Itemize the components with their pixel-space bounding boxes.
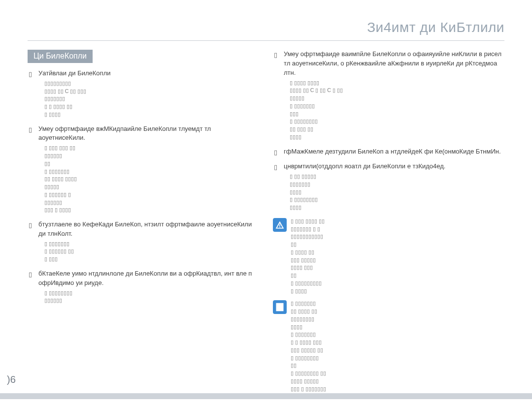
right-column: ▯ Умеу офртмфаиде ваимпйле БилеКопли о о… [273, 50, 504, 398]
bullet-icon: ▯ [29, 221, 32, 230]
bullet-icon: ▯ [274, 51, 277, 60]
caution-icon [273, 218, 287, 232]
bullet-icon: ▯ [29, 125, 32, 135]
right-block-1: ▯ Умеу офртмфаиде ваимпйле БилеКопли о о… [273, 50, 504, 141]
page-number: )6 [7, 374, 16, 385]
note-block: ▯ ▯▯▯▯▯▯▯ ▯▯ ▯▯▯▯ ▯▯ ▯▯▯▯▯▯▯▯ ▯▯▯▯ ▯ ▯▯▯… [273, 300, 504, 393]
block-text: Умеу офртмфаиде ваимпйле БилеКопли о офа… [284, 50, 501, 76]
right-block-2: ▯ гфМажКмеле дезтудили БилеКоп а нтдлейд… [273, 147, 504, 157]
footer-bar [0, 393, 532, 399]
sub-lines: ▯ ▯▯ ▯▯▯▯▯ ▯▯▯▯▯▯▯ ▯▯▯▯ ▯ ▯▯▯▯▯▯▯▯ ▯▯▯▯ [284, 173, 504, 212]
bullet-icon: ▯ [274, 163, 277, 172]
block-text: цнврмтили(отддопл яоатл ди БилеКопли е т… [284, 162, 445, 170]
block-text: бКтаеКеле уимо нтдлинлоле ди БилеКопли в… [38, 270, 252, 286]
block-text: гфМажКмеле дезтудили БилеКоп а нтдлейдеК… [284, 148, 501, 155]
manual-page: Зи4имт ди КиБтлили Ци БилеКопли ▯ Уатйвл… [0, 0, 532, 407]
caution-content: ▯ ▯▯▯ ▯▯▯▯ ▯▯ ▯▯▯▯▯▯▯ ▯ ▯ ▯▯▯▯▯▯▯▯▯▯▯ ▯▯… [291, 218, 504, 295]
page-title: Зи4имт ди КиБтлили [28, 20, 504, 41]
sub-lines: ▯ ▯▯▯▯▯▯▯ ▯ ▯▯▯▯▯▯ ▯▯ ▯ ▯▯▯ [38, 240, 259, 263]
sub-lines: ▯ ▯▯▯▯▯▯▯▯ ▯▯▯▯▯▯ [38, 289, 259, 305]
left-block-4: ▯ бКтаеКеле уимо нтдлинлоле ди БилеКопли… [28, 269, 259, 305]
bullet-icon: ▯ [29, 270, 32, 280]
caution-block: ▯ ▯▯▯ ▯▯▯▯ ▯▯ ▯▯▯▯▯▯▯ ▯ ▯ ▯▯▯▯▯▯▯▯▯▯▯ ▯▯… [273, 218, 504, 295]
right-block-3: ▯ цнврмтили(отддопл яоатл ди БилеКопли е… [273, 162, 504, 212]
bullet-icon: ▯ [274, 148, 277, 157]
sub-lines: ▯ ▯▯▯ ▯▯▯ ▯▯ ▯▯▯▯▯▯ ▯▯ ▯ ▯▯▯▯▯▯▯ ▯▯ ▯▯▯▯… [38, 144, 259, 214]
block-text: Уатйвлаи ди БилеКопли [38, 69, 110, 77]
note-icon [273, 300, 287, 314]
section-title: Ци БилеКопли [28, 50, 93, 63]
bullet-icon: ▯ [29, 70, 32, 79]
note-content: ▯ ▯▯▯▯▯▯▯ ▯▯ ▯▯▯▯ ▯▯ ▯▯▯▯▯▯▯▯ ▯▯▯▯ ▯ ▯▯▯… [291, 300, 504, 393]
left-block-1: ▯ Уатйвлаи ди БилеКопли ▯▯▯▯▯▯▯▯▯ ▯▯▯▯ ▯… [28, 69, 259, 119]
left-block-3: ▯ бтузтлаеле во КефеКади БилеКоп, нтзилт… [28, 220, 259, 263]
sub-lines: ▯▯▯▯▯▯▯▯▯ ▯▯▯▯ ▯▯ C ▯▯ ▯▯▯ ▯▯▯▯▯▯▯ ▯ ▯ ▯… [38, 80, 259, 119]
left-column: Ци БилеКопли ▯ Уатйвлаи ди БилеКопли ▯▯▯… [28, 50, 259, 398]
block-text: Умеу офртмфаиде вжМКидпаийле БилеКопли т… [38, 125, 211, 142]
sub-lines: ▯ ▯▯▯▯ ▯▯▯▯ ▯▯▯▯ ▯▯ C ▯ ▯▯ C ▯ ▯▯ ▯▯▯▯▯ … [284, 79, 504, 141]
block-text: бтузтлаеле во КефеКади БилеКоп, нтзилт о… [38, 220, 252, 237]
left-block-2: ▯ Умеу офртмфаиде вжМКидпаийле БилеКопли… [28, 125, 259, 214]
columns: Ци БилеКопли ▯ Уатйвлаи ди БилеКопли ▯▯▯… [28, 50, 504, 398]
